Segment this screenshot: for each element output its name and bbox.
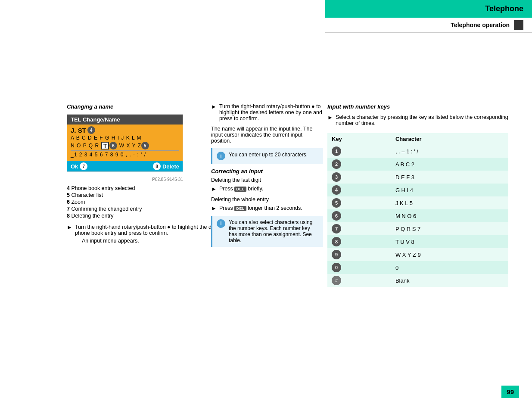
del-briefly-text: Press DEL briefly. [219,186,323,192]
list-item-7: 7 Confirming the changed entry [67,206,235,212]
header-operation: Telephone operation [325,18,532,33]
del-longer-text: Press DEL longer than 2 seconds. [219,205,323,212]
key-badge: 9 [332,250,341,259]
right-arrow-item: ► Select a character by pressing the key… [327,114,508,126]
right-column: Input with number keys ► Select a charac… [327,103,508,287]
key-cell: 3 [327,171,391,184]
ok-label: Ok [71,163,78,170]
badge-6: 6 [109,142,117,149]
key-cell: 0 [327,261,391,274]
table-row: 4G H I 4 [327,184,508,196]
header-telephone: Telephone [325,0,532,18]
header-section: Telephone Telephone operation [325,0,532,33]
del-badge-2: DEL [234,206,246,211]
char-cell: 0 [391,261,508,274]
key-badge: 4 [332,185,341,195]
tel-number-row: _1 2 3 4 5 6 7 8 9 0 , . - : ' / [71,150,179,158]
list-item-6: 6 Zoom [67,199,235,205]
key-badge: 8 [332,237,341,246]
key-cell: 2 [327,158,391,171]
arrow-bullet-icon-2: ► [211,103,217,121]
char-cell: P Q R S 7 [391,222,508,235]
char-cell: T U V 8 [391,235,508,248]
key-badge: 1 [332,146,341,156]
table-row: #Blank [327,274,508,287]
tel-name-text: J. ST [71,127,86,134]
p82-ref: P82.85-9145-31 [67,177,183,182]
middle-arrow-item-1: ► Turn the right-hand rotary/push-button… [211,103,323,121]
list-item-8: 8 Deleting the entry [67,213,235,219]
char-cell: , . – 1 : ' / [391,145,508,158]
char-cell: Blank [391,274,508,287]
tel-box-header: TEL Change/Name [67,115,183,125]
middle-arrow-text-1: Turn the right-hand rotary/push-button ●… [219,103,323,121]
info-icon-2: i [217,219,225,228]
char-cell: D E F 3 [391,171,508,184]
middle-column: ► Turn the right-hand rotary/push-button… [211,103,323,251]
tel-change-box: TEL Change/Name J. ST 4 A B C D E F G H … [67,114,183,172]
key-cell: 8 [327,235,391,248]
key-badge: 2 [332,159,341,169]
key-cell: 6 [327,209,391,222]
list-item-5: 5 Character list [67,192,235,198]
badge-5: 5 [141,142,149,149]
changing-name-title: Changing a name [67,103,235,110]
arrow-bullet-icon: ► [67,224,72,244]
badge-4: 4 [87,126,95,134]
badge-7: 7 [80,162,87,170]
info-icon-1: i [217,152,225,160]
key-cell: 4 [327,184,391,196]
key-cell: # [327,274,391,287]
right-arrow-text: Select a character by pressing the key a… [336,114,508,126]
numbered-list: 4 Phone book entry selected 5 Character … [67,185,235,219]
tel-box-content: J. ST 4 A B C D E F G H I J K L M N O P … [67,125,183,161]
key-cell: 1 [327,145,391,158]
tel-bottom-row: Ok 7 8 Delete [67,161,183,171]
description-1: The name will appear in the input line. … [211,126,323,144]
table-row: 2A B C 2 [327,158,508,171]
key-badge: 6 [332,211,341,221]
operation-label: Telephone operation [451,22,510,28]
alpha-row-2: N O P Q R T 6 W X Y Z 5 [71,142,179,149]
table-row: 7P Q R S 7 [327,222,508,235]
arrow-bullet-icon-3: ► [211,186,217,192]
tel-current-name: J. ST 4 [71,126,179,134]
table-header-row: Key Character [327,133,508,145]
table-row: 6M N O 6 [327,209,508,222]
alpha-row-1: A B C D E F G H I J K L M [71,135,179,141]
key-cell: 9 [327,248,391,261]
char-cell: G H I 4 [391,184,508,196]
key-cell: 7 [327,222,391,235]
delete-label: Delete [162,163,179,170]
col-key: Key [327,133,391,145]
press-del-briefly: ► Press DEL briefly. [211,186,323,192]
right-section-title: Input with number keys [327,103,508,110]
key-cell: 5 [327,196,391,209]
operation-square-icon [514,20,523,30]
del-whole-label: Deleting the whole entry [211,196,323,202]
char-cell: W X Y Z 9 [391,248,508,261]
char-cell: M N O 6 [391,209,508,222]
alpha-post: W X Y Z [117,143,141,149]
telephone-label: Telephone [485,4,523,13]
highlight-T: T [101,142,109,149]
key-badge: 3 [332,172,341,182]
del-last-label: Deleting the last digit [211,177,323,183]
key-badge: 0 [332,263,341,272]
table-row: 9W X Y Z 9 [327,248,508,261]
table-row: 8T U V 8 [327,235,508,248]
table-row: 5J K L 5 [327,196,508,209]
key-badge: 7 [332,224,341,234]
list-item-4: 4 Phone book entry selected [67,185,235,191]
key-badge: # [332,276,341,285]
table-row: 1, . – 1 : ' / [327,145,508,158]
table-row: 00 [327,261,508,274]
page-number: 99 [501,386,519,398]
info-text-1: You can enter up to 20 characters. [229,152,308,160]
press-del-longer: ► Press DEL longer than 2 seconds. [211,205,323,212]
table-row: 3D E F 3 [327,171,508,184]
delete-area: 8 Delete [153,162,179,170]
key-table: Key Character 1, . – 1 : ' /2A B C 23D E… [327,133,508,287]
info-box-2: i You can also select characters using t… [211,216,323,247]
info-box-1: i You can enter up to 20 characters. [211,148,323,164]
